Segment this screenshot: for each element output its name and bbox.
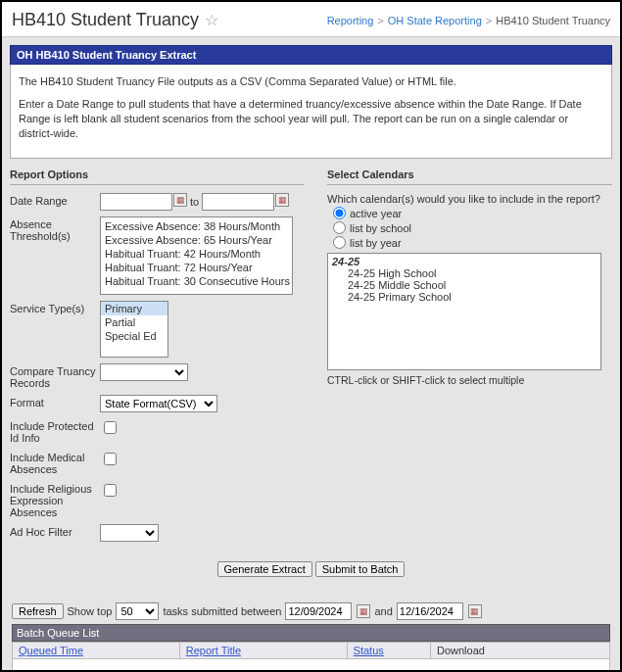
compare-select[interactable] (100, 363, 188, 381)
threshold-label: Absence Threshold(s) (10, 216, 100, 242)
refresh-button[interactable]: Refresh (12, 603, 64, 619)
show-top-select[interactable]: 50 (116, 602, 159, 620)
col-report-title[interactable]: Report Title (179, 643, 347, 659)
format-select[interactable]: State Format(CSV) (100, 395, 217, 412)
calendar-icon[interactable]: ▦ (468, 604, 482, 618)
date-to-sep: to (190, 196, 199, 208)
multiselect-hint: CTRL-click or SHIFT-click to select mult… (327, 374, 612, 386)
report-options-head: Report Options (10, 168, 304, 180)
adhoc-label: Ad Hoc Filter (10, 524, 100, 538)
list-item[interactable]: 24-25 High School (332, 267, 597, 279)
batch-queue-table: Queued Time Report Title Status Download (12, 642, 610, 659)
format-label: Format (10, 395, 100, 408)
date-from-input[interactable] (100, 193, 172, 211)
show-top-label: Show top (68, 605, 113, 617)
col-status[interactable]: Status (347, 643, 430, 659)
include-protected-label: Include Protected Id Info (10, 418, 100, 444)
calendar-list[interactable]: 24-25 24-25 High School 24-25 Middle Sch… (327, 253, 601, 370)
batch-date-from[interactable] (285, 602, 352, 620)
include-religious-label: Include Religious Expression Absences (10, 481, 100, 518)
breadcrumb: Reporting>OH State Reporting>HB410 Stude… (327, 15, 610, 26)
col-queued-time[interactable]: Queued Time (13, 643, 180, 659)
select-calendars-head: Select Calendars (327, 168, 612, 180)
include-medical-checkbox[interactable] (104, 453, 117, 465)
compare-label: Compare Truancy Records (10, 363, 100, 389)
list-item[interactable]: 24-25 Middle School (332, 279, 597, 291)
submit-to-batch-button[interactable]: Submit to Batch (315, 561, 406, 577)
radio-list-by-year[interactable] (333, 236, 346, 249)
batch-date-to[interactable] (397, 602, 463, 620)
date-range-controls: ▦ to ▦ (100, 193, 304, 211)
breadcrumb-current: HB410 Student Truancy (496, 15, 610, 26)
service-type-select[interactable]: Primary Partial Special Ed (100, 301, 168, 358)
list-item[interactable]: 24-25 Primary School (332, 291, 597, 303)
include-medical-label: Include Medical Absences (10, 450, 100, 475)
threshold-select[interactable]: Excessive Absence: 38 Hours/Month Excess… (100, 216, 293, 295)
include-religious-checkbox[interactable] (104, 484, 117, 497)
service-type-label: Service Type(s) (10, 301, 100, 314)
breadcrumb-oh-state[interactable]: OH State Reporting (388, 15, 482, 26)
date-range-label: Date Range (10, 193, 100, 207)
calendar-icon[interactable]: ▦ (357, 604, 370, 618)
col-download: Download (430, 643, 609, 659)
include-protected-checkbox[interactable] (104, 421, 117, 434)
description-box: The HB410 Student Truancy File outputs a… (10, 65, 612, 159)
batch-queue-body (12, 659, 610, 672)
favorite-star-icon[interactable]: ☆ (205, 11, 218, 29)
generate-extract-button[interactable]: Generate Extract (217, 561, 312, 577)
calendar-icon[interactable]: ▦ (173, 193, 187, 207)
extract-title-bar: OH HB410 Student Truancy Extract (10, 45, 612, 65)
radio-active-year[interactable] (333, 207, 346, 219)
date-to-input[interactable] (202, 193, 274, 211)
and-label: and (374, 605, 392, 617)
adhoc-select[interactable] (100, 524, 159, 542)
breadcrumb-reporting[interactable]: Reporting (327, 15, 374, 26)
tasks-label: tasks submitted between (163, 605, 281, 617)
radio-list-by-school[interactable] (333, 221, 346, 234)
batch-queue-head: Batch Queue List (12, 624, 610, 642)
page-title: HB410 Student Truancy ☆ (12, 10, 218, 30)
calendar-icon[interactable]: ▦ (275, 193, 289, 207)
calendar-prompt: Which calendar(s) would you like to incl… (327, 193, 612, 205)
